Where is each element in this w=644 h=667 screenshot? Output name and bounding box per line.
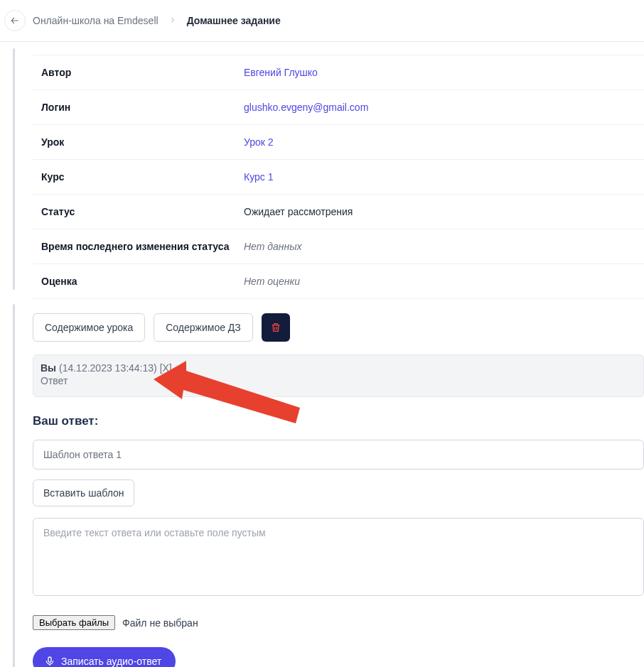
label-grade: Оценка xyxy=(33,276,244,287)
delete-button[interactable] xyxy=(262,313,290,342)
row-course: Курс Курс 1 xyxy=(33,160,644,195)
row-author: Автор Евгений Глушко xyxy=(33,55,644,90)
message-delete-link[interactable]: [X] xyxy=(160,362,172,374)
record-audio-label: Записать аудио-ответ xyxy=(61,656,161,667)
actions-row: Содержимое урока Содержимое ДЗ xyxy=(33,299,644,354)
trash-icon xyxy=(270,322,281,333)
value-lesson[interactable]: Урок 2 xyxy=(244,136,274,148)
file-status: Файл не выбран xyxy=(122,617,198,629)
back-icon xyxy=(10,16,20,26)
breadcrumb-current: Домашнее задание xyxy=(187,15,281,26)
label-login: Логин xyxy=(33,102,244,113)
row-lesson: Урок Урок 2 xyxy=(33,125,644,160)
left-gutter xyxy=(13,43,17,667)
breadcrumb: Онлайн-школа на Emdesell Домашнее задани… xyxy=(0,0,644,42)
value-login[interactable]: glushko.evgeny@gmail.com xyxy=(244,102,368,113)
label-course: Курс xyxy=(33,171,244,183)
message-body: Ответ xyxy=(41,375,635,386)
row-grade: Оценка Нет оценки xyxy=(33,264,644,299)
message-timestamp: (14.12.2023 13:44:13) xyxy=(59,362,157,374)
hw-content-button[interactable]: Содержимое ДЗ xyxy=(154,313,253,342)
record-audio-button[interactable]: Записать аудио-ответ xyxy=(33,647,176,667)
homework-info: Автор Евгений Глушко Логин glushko.evgen… xyxy=(33,42,644,299)
row-login: Логин glushko.evgeny@gmail.com xyxy=(33,90,644,125)
insert-template-button[interactable]: Вставить шаблон xyxy=(33,479,134,506)
label-status-time: Время последнего изменения статуса xyxy=(33,241,244,252)
back-button[interactable] xyxy=(4,10,26,31)
label-lesson: Урок xyxy=(33,136,244,148)
row-status: Статус Ожидает рассмотрения xyxy=(33,195,644,229)
microphone-icon xyxy=(44,656,55,667)
message-author: Вы xyxy=(41,362,56,374)
label-author: Автор xyxy=(33,67,244,78)
svg-rect-0 xyxy=(48,657,51,662)
file-upload-row: Выбрать файлы Файл не выбран xyxy=(33,615,644,630)
row-status-time: Время последнего изменения статуса Нет д… xyxy=(33,229,644,264)
value-course[interactable]: Курс 1 xyxy=(244,171,273,183)
answer-template-select[interactable]: Шаблон ответа 1 xyxy=(33,440,644,470)
breadcrumb-parent[interactable]: Онлайн-школа на Emdesell xyxy=(33,15,159,26)
choose-files-button[interactable]: Выбрать файлы xyxy=(33,615,115,630)
value-grade: Нет оценки xyxy=(244,276,300,287)
value-author[interactable]: Евгений Глушко xyxy=(244,67,318,78)
lesson-content-button[interactable]: Содержимое урока xyxy=(33,313,145,342)
value-status-time: Нет данных xyxy=(244,241,302,252)
chevron-right-icon xyxy=(166,15,180,26)
submission-message: Вы (14.12.2023 13:44:13) [X] Ответ xyxy=(33,354,644,397)
value-status: Ожидает рассмотрения xyxy=(244,206,353,217)
your-answer-title: Ваш ответ: xyxy=(33,414,644,428)
label-status: Статус xyxy=(33,206,244,217)
answer-textarea[interactable] xyxy=(33,518,644,596)
